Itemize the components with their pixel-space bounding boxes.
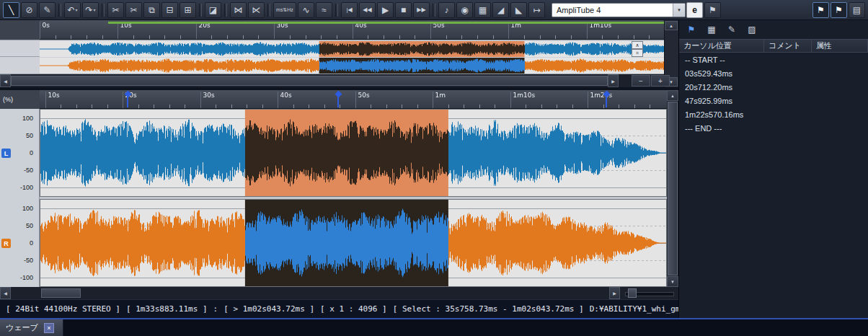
wave-edit-button[interactable]: ∿ — [298, 2, 314, 18]
spectrum-button[interactable]: ▦ — [474, 2, 491, 18]
go-start-button[interactable]: |◀ — [341, 2, 358, 18]
cursor-info: [ > 1m02s043.72ms ] — [223, 304, 314, 314]
paste-mix-button[interactable]: ⊟ — [161, 2, 178, 18]
metronome-icon: ♪ — [445, 6, 449, 14]
toolbar-separator — [433, 4, 435, 17]
stop-button[interactable]: ■ — [395, 2, 412, 18]
left-waveform-canvas[interactable] — [40, 110, 666, 196]
panel-flag-button[interactable]: ⚑ — [682, 22, 701, 37]
rewind-button[interactable]: ◀◀ — [359, 2, 376, 18]
units-toggle-button[interactable]: ms⇅Hz — [273, 2, 296, 18]
collapse-overview-button[interactable]: ∧ — [632, 41, 643, 49]
redo-button[interactable]: ↷▾ — [82, 2, 99, 18]
trim-button[interactable]: ✂ — [125, 2, 142, 18]
scroll-down-icon[interactable]: ▼ — [667, 276, 678, 287]
selection-info: [ Select : 35s758.73ms - 1m02s043.72ms ] — [393, 304, 584, 314]
marker-table-header: カーソル位置コメント属性 — [679, 39, 868, 53]
overview-right-channel[interactable] — [0, 57, 664, 74]
vertical-scroll-thumb[interactable] — [668, 102, 678, 275]
main-horizontal-scrollbar[interactable]: ◀ ▶ — [0, 287, 678, 299]
plugin-selector[interactable]: AmpliTube 4▾ — [552, 3, 686, 17]
overview-ruler[interactable] — [0, 20, 664, 40]
overview-left-channel[interactable] — [0, 40, 664, 57]
wave-grid-button[interactable]: ≈ — [316, 2, 332, 18]
right-channel-waveform[interactable] — [40, 199, 667, 287]
marker-position: 20s712.20ms — [679, 83, 764, 92]
marker-add-button[interactable]: ⚑ — [831, 2, 847, 18]
flag-button[interactable]: ⚑ — [704, 2, 721, 18]
marker-row[interactable]: 03s529.43ms — [679, 66, 868, 80]
cut-button[interactable]: ✂ — [107, 2, 124, 18]
panel-list-button[interactable]: ▦ — [702, 22, 721, 37]
marker-column-header[interactable]: 属性 — [812, 40, 868, 52]
marker-row[interactable]: -- START -- — [679, 53, 868, 66]
copy-icon: ⧉ — [149, 6, 155, 14]
scroll-right-icon[interactable]: ▶ — [609, 287, 620, 299]
crossfade-button[interactable]: ⋈ — [230, 2, 247, 18]
marker-panel: ⚑▦✎▨ カーソル位置コメント属性 -- START --03s529.43ms… — [679, 20, 868, 318]
marker-column-header[interactable]: コメント — [764, 40, 812, 52]
scroll-up-icon[interactable]: ▲ — [667, 90, 678, 101]
axis-label: 0 — [4, 149, 33, 156]
scroll-up-icon[interactable]: ▲ — [665, 21, 678, 30]
marker-list-icon: ⚑ — [817, 6, 825, 14]
undo-button[interactable]: ↶▾ — [64, 2, 81, 18]
panel-edit-icon: ✎ — [728, 25, 735, 35]
record-button[interactable]: ◉ — [456, 2, 473, 18]
marker-list-button[interactable]: ⚑ — [812, 2, 829, 18]
tab-wave[interactable]: ウェーブ × — [0, 319, 63, 336]
marker-row[interactable]: 20s712.20ms — [679, 80, 868, 94]
main-scroll-thumb[interactable] — [41, 288, 81, 298]
panel-image-button[interactable]: ▨ — [743, 22, 761, 37]
fast-forward-button[interactable]: ▶▶ — [413, 2, 430, 18]
draw-tool-button[interactable]: ╲ — [3, 2, 19, 18]
panel-flag-icon: ⚑ — [688, 25, 696, 35]
spectrum-icon: ▦ — [479, 6, 487, 14]
erase-button[interactable]: ◪ — [205, 2, 221, 18]
fast-forward-icon: ▶▶ — [417, 7, 425, 13]
paste-insert-button[interactable]: ⊞ — [180, 2, 196, 18]
zoom-tool-button[interactable]: ⊘ — [21, 2, 37, 18]
panel-toggle-button[interactable]: ▤ — [849, 2, 865, 18]
goto-end-button[interactable]: ↦ — [528, 2, 545, 18]
scroll-left-icon[interactable]: ◀ — [0, 287, 11, 299]
equalize-overview-button[interactable]: = — [632, 49, 643, 57]
fade-out-button[interactable]: ◣ — [510, 2, 527, 18]
marker-row[interactable]: --- END --- — [679, 121, 868, 135]
wave-grid-icon: ≈ — [322, 6, 327, 14]
scroll-right-icon[interactable]: ▶ — [608, 74, 619, 87]
status-separator: : — [213, 304, 218, 314]
overview-waveform-left-canvas[interactable] — [40, 41, 664, 57]
toolbar-right-group: ⚑⚑▤ — [812, 2, 866, 18]
play-button[interactable]: ▶ — [377, 2, 394, 18]
panel-edit-button[interactable]: ✎ — [722, 22, 741, 37]
marker-row[interactable]: 1m22s570.16ms — [679, 107, 868, 121]
marker-column-header[interactable]: カーソル位置 — [679, 40, 764, 52]
zoom-in-button[interactable]: + — [651, 75, 670, 87]
time-stretch-button[interactable]: ⋉ — [248, 2, 265, 18]
axis-label: 100 — [4, 205, 33, 212]
right-waveform-canvas[interactable] — [40, 200, 666, 286]
fade-in-button[interactable]: ◢ — [492, 2, 509, 18]
dropdown-caret-icon: ▾ — [94, 7, 96, 12]
rewind-icon: ◀◀ — [363, 7, 371, 13]
chevron-down-icon[interactable]: ▾ — [673, 4, 685, 17]
fade-in-icon: ◢ — [497, 6, 504, 14]
overview-scroll-thumb[interactable] — [11, 76, 608, 86]
zoom-out-button[interactable]: − — [632, 75, 650, 87]
scroll-left-icon[interactable]: ◀ — [0, 74, 11, 87]
overview-horizontal-scrollbar[interactable]: ◀ ▶ − + — [0, 74, 664, 87]
effect-editor-button[interactable]: e — [686, 2, 703, 18]
metronome-button[interactable]: ♪ — [438, 2, 455, 18]
marker-row[interactable]: 47s925.99ms — [679, 94, 868, 107]
zoom-slider-thumb[interactable] — [628, 288, 637, 298]
overview-waveform-right-canvas[interactable] — [40, 58, 664, 74]
pencil-tool-button[interactable]: ✎ — [39, 2, 56, 18]
panel-toggle-icon: ▤ — [853, 6, 861, 14]
copy-button[interactable]: ⧉ — [143, 2, 160, 18]
left-channel-waveform[interactable] — [40, 109, 667, 197]
tab-close-icon[interactable]: × — [44, 323, 54, 333]
timeline-ruler[interactable]: (%) — [0, 90, 667, 109]
axis-label: 50 — [4, 222, 33, 229]
marker-add-icon: ⚑ — [835, 6, 843, 14]
